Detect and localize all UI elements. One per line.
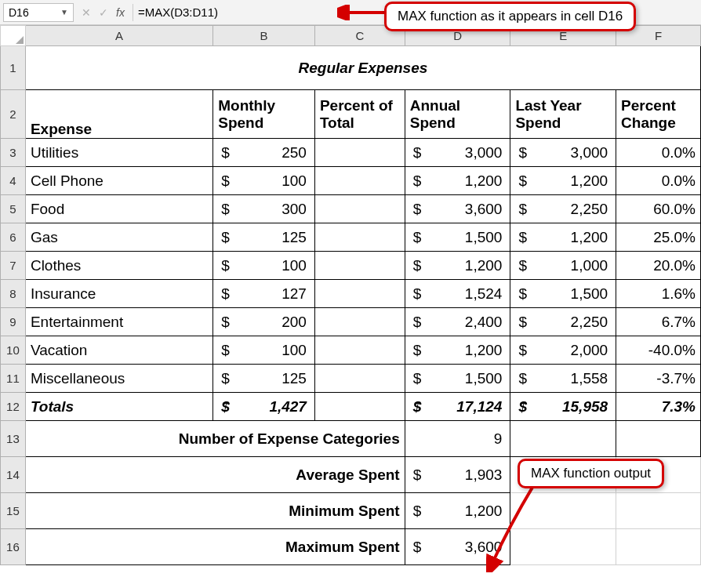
last-year-spend[interactable]: $1,000 [510, 252, 616, 280]
totals-monthly[interactable]: $1,427 [213, 393, 315, 421]
average-value[interactable]: $1,903 [405, 457, 510, 493]
last-year-spend[interactable]: $2,250 [510, 308, 616, 336]
annual-spend[interactable]: $1,500 [405, 365, 510, 393]
last-year-spend[interactable]: $1,500 [510, 280, 616, 308]
header-annual[interactable]: Annual Spend [405, 90, 510, 139]
totals-annual[interactable]: $17,124 [405, 393, 510, 421]
annual-spend[interactable]: $1,200 [405, 336, 510, 365]
percent-total[interactable] [314, 167, 405, 195]
monthly-spend[interactable]: $100 [213, 336, 315, 365]
percent-total[interactable] [314, 280, 405, 308]
percent-total[interactable] [314, 336, 405, 365]
monthly-spend[interactable]: $250 [213, 139, 315, 167]
percent-total[interactable] [314, 223, 405, 252]
row-header-16[interactable]: 16 [1, 529, 26, 565]
num-categories-label[interactable]: Number of Expense Categories [25, 421, 405, 457]
cell-F13[interactable] [616, 421, 701, 457]
annual-spend[interactable]: $3,600 [405, 195, 510, 223]
header-last-year[interactable]: Last Year Spend [510, 90, 616, 139]
percent-total[interactable] [314, 252, 405, 280]
totals-last[interactable]: $15,958 [510, 393, 616, 421]
percent-change[interactable]: 6.7% [616, 308, 701, 336]
maximum-value[interactable]: $3,600 [405, 529, 510, 565]
row-header-5[interactable]: 5 [1, 195, 26, 223]
totals-pct-total[interactable] [314, 393, 405, 421]
chevron-down-icon[interactable]: ▼ [60, 8, 68, 16]
row-header-10[interactable]: 10 [1, 336, 26, 365]
last-year-spend[interactable]: $2,250 [510, 195, 616, 223]
expense-name[interactable]: Cell Phone [25, 167, 212, 195]
expense-name[interactable]: Miscellaneous [25, 365, 212, 393]
last-year-spend[interactable]: $1,200 [510, 223, 616, 252]
cell-E16[interactable] [510, 529, 616, 565]
row-header-9[interactable]: 9 [1, 308, 26, 336]
row-header-14[interactable]: 14 [1, 457, 26, 493]
monthly-spend[interactable]: $125 [213, 365, 315, 393]
row-header-1[interactable]: 1 [1, 46, 26, 90]
monthly-spend[interactable]: $300 [213, 195, 315, 223]
percent-total[interactable] [314, 365, 405, 393]
formula-input[interactable]: =MAX(D3:D11) [133, 5, 223, 19]
expense-name[interactable]: Utilities [25, 139, 212, 167]
percent-change[interactable]: 1.6% [616, 280, 701, 308]
header-monthly[interactable]: Monthly Spend [213, 90, 315, 139]
row-header-6[interactable]: 6 [1, 223, 26, 252]
row-header-11[interactable]: 11 [1, 365, 26, 393]
name-box[interactable]: D16 ▼ [3, 3, 74, 22]
monthly-spend[interactable]: $100 [213, 252, 315, 280]
average-label[interactable]: Average Spent [25, 457, 405, 493]
num-categories-value[interactable]: 9 [405, 421, 510, 457]
percent-change[interactable]: -40.0% [616, 336, 701, 365]
col-header-A[interactable]: A [25, 26, 212, 46]
minimum-value[interactable]: $1,200 [405, 493, 510, 529]
expense-name[interactable]: Vacation [25, 336, 212, 365]
percent-change[interactable]: 25.0% [616, 223, 701, 252]
col-header-B[interactable]: B [213, 26, 315, 46]
monthly-spend[interactable]: $127 [213, 280, 315, 308]
last-year-spend[interactable]: $3,000 [510, 139, 616, 167]
monthly-spend[interactable]: $200 [213, 308, 315, 336]
row-header-15[interactable]: 15 [1, 493, 26, 529]
maximum-label[interactable]: Maximum Spent [25, 529, 405, 565]
header-percent-total[interactable]: Percent of Total [314, 90, 405, 139]
expense-name[interactable]: Entertainment [25, 308, 212, 336]
percent-change[interactable]: 60.0% [616, 195, 701, 223]
confirm-icon[interactable]: ✓ [99, 6, 108, 19]
annual-spend[interactable]: $1,200 [405, 167, 510, 195]
fx-icon[interactable]: fx [116, 6, 125, 19]
last-year-spend[interactable]: $1,558 [510, 365, 616, 393]
row-header-12[interactable]: 12 [1, 393, 26, 421]
row-header-4[interactable]: 4 [1, 167, 26, 195]
cell-E15[interactable] [510, 493, 616, 529]
cancel-icon[interactable]: ✕ [82, 6, 91, 19]
row-header-2[interactable]: 2 [1, 90, 26, 139]
expense-name[interactable]: Food [25, 195, 212, 223]
monthly-spend[interactable]: $125 [213, 223, 315, 252]
percent-total[interactable] [314, 195, 405, 223]
totals-pct-change[interactable]: 7.3% [616, 393, 701, 421]
header-percent-change[interactable]: Percent Change [616, 90, 701, 139]
percent-change[interactable]: -3.7% [616, 365, 701, 393]
annual-spend[interactable]: $3,000 [405, 139, 510, 167]
last-year-spend[interactable]: $2,000 [510, 336, 616, 365]
minimum-label[interactable]: Minimum Spent [25, 493, 405, 529]
row-header-13[interactable]: 13 [1, 421, 26, 457]
cell-E13[interactable] [510, 421, 616, 457]
totals-label[interactable]: Totals [25, 393, 212, 421]
annual-spend[interactable]: $1,200 [405, 252, 510, 280]
percent-change[interactable]: 20.0% [616, 252, 701, 280]
expense-name[interactable]: Clothes [25, 252, 212, 280]
expense-name[interactable]: Insurance [25, 280, 212, 308]
percent-change[interactable]: 0.0% [616, 167, 701, 195]
cell-F16[interactable] [616, 529, 701, 565]
percent-change[interactable]: 0.0% [616, 139, 701, 167]
select-all-corner[interactable] [1, 26, 26, 46]
cell-F15[interactable] [616, 493, 701, 529]
percent-total[interactable] [314, 139, 405, 167]
row-header-7[interactable]: 7 [1, 252, 26, 280]
header-expense[interactable]: Expense [25, 90, 212, 139]
row-header-8[interactable]: 8 [1, 280, 26, 308]
annual-spend[interactable]: $1,500 [405, 223, 510, 252]
last-year-spend[interactable]: $1,200 [510, 167, 616, 195]
annual-spend[interactable]: $2,400 [405, 308, 510, 336]
